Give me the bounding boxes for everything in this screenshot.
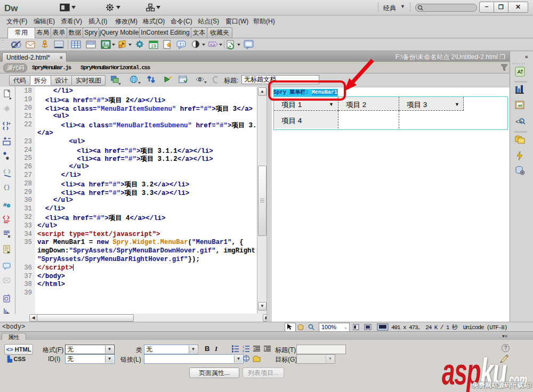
svg-text:{}: {} [3,184,10,191]
svg-text:#: # [3,202,7,208]
svg-text:2: 2 [243,349,245,353]
svg-text:19: 19 [151,43,156,48]
svg-text:<>: <> [515,119,522,125]
svg-text:!:: !: [179,42,185,47]
svg-text:<>: <> [210,43,215,48]
svg-text:1: 1 [243,345,245,348]
